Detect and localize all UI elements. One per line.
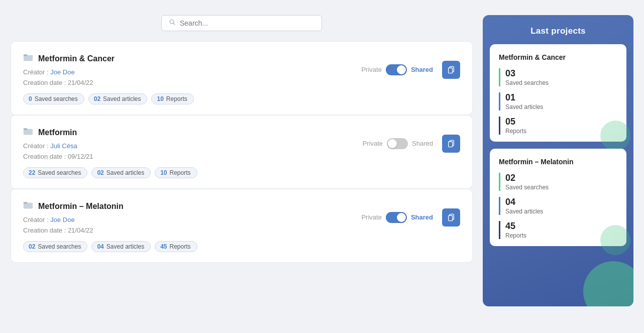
- tag-count: 10: [157, 95, 163, 102]
- project-title: Metformin & Cancer: [38, 54, 115, 63]
- sidebar-card-1: Metformin – Melatonin 02 Saved searches …: [490, 149, 626, 246]
- search-bar-wrapper: [11, 15, 473, 31]
- svg-rect-3: [24, 54, 28, 56]
- toggle-slider: [386, 64, 407, 75]
- tag-label: Saved searches: [35, 95, 78, 102]
- project-tags: 0 Saved searches 02 Saved articles 10 Re…: [23, 93, 460, 104]
- project-tags: 02 Saved searches 04 Saved articles 45 R…: [23, 241, 460, 252]
- project-card-left: Metformin & Cancer Créator : Joe Doe Cre…: [23, 53, 115, 86]
- tag-saved-searches: 22 Saved searches: [23, 167, 87, 178]
- sidebar-cards: Metformin & Cancer 03 Saved searches 01 …: [483, 44, 633, 246]
- shared-toggle[interactable]: [387, 138, 408, 149]
- project-creator: Créator : Juli Césa: [23, 142, 93, 150]
- toggle-label-shared: Shared: [412, 140, 433, 147]
- tag-count: 02: [29, 243, 35, 250]
- creator-name: Joe Doe: [50, 216, 74, 224]
- sidebar-stat-number: 01: [505, 92, 617, 103]
- page-wrapper: Metformin & Cancer Créator : Joe Doe Cre…: [11, 15, 633, 306]
- sidebar-stat-number: 45: [505, 221, 617, 232]
- sidebar-stat-label: Saved searches: [505, 79, 617, 86]
- toggle-label-shared: Shared: [411, 213, 433, 221]
- tag-saved-searches: 02 Saved searches: [23, 241, 87, 252]
- project-card-metformin-cancer: Metformin & Cancer Créator : Joe Doe Cre…: [11, 41, 473, 115]
- toggle-section: Private Shared: [361, 212, 433, 223]
- sidebar-stat: 04 Saved articles: [499, 197, 617, 215]
- tag-label: Reports: [166, 95, 187, 102]
- project-card-right: Private Shared: [363, 135, 460, 153]
- project-tags: 22 Saved searches 02 Saved articles 10 R…: [23, 167, 460, 178]
- svg-rect-10: [24, 203, 33, 209]
- tag-label: Saved searches: [38, 169, 81, 176]
- sidebar-stat-number: 03: [505, 68, 617, 79]
- tag-count: 0: [29, 95, 32, 102]
- shared-toggle[interactable]: [386, 64, 407, 75]
- tag-label: Saved articles: [106, 169, 144, 176]
- project-creator: Créator : Joe Doe: [23, 68, 115, 76]
- svg-rect-11: [24, 202, 28, 203]
- tag-label: Reports: [170, 243, 191, 250]
- tag-count: 02: [97, 169, 103, 176]
- date-value: 21/04/22: [68, 227, 93, 234]
- tag-saved-articles: 02 Saved articles: [91, 167, 151, 178]
- tag-label: Saved articles: [106, 243, 144, 250]
- project-title: Metformin: [38, 128, 77, 137]
- toggle-slider: [386, 212, 407, 223]
- folder-icon: [23, 127, 33, 138]
- sidebar-stat: 03 Saved searches: [499, 68, 617, 86]
- svg-rect-2: [24, 55, 33, 61]
- sidebar-stat-label: Saved articles: [505, 103, 617, 110]
- creator-name: Juli Césa: [50, 142, 77, 150]
- clipboard-button[interactable]: [442, 208, 460, 227]
- tag-count: 22: [29, 169, 35, 176]
- tag-reports: 10 Reports: [155, 167, 197, 178]
- project-card-header: Metformin & Cancer Créator : Joe Doe Cre…: [23, 53, 460, 86]
- shared-toggle[interactable]: [386, 212, 407, 223]
- project-title-row: Metformin: [23, 127, 93, 138]
- date-value: 21/04/22: [68, 79, 93, 86]
- toggle-slider: [387, 138, 408, 149]
- project-title-row: Metformin & Cancer: [23, 53, 115, 64]
- search-input[interactable]: [180, 19, 314, 27]
- tag-count: 02: [94, 95, 100, 102]
- toggle-section: Private Shared: [363, 138, 433, 149]
- creator-name: Joe Doe: [50, 68, 74, 76]
- project-card-left: Metformin Créator : Juli Césa Creation d…: [23, 127, 93, 160]
- sidebar-stat: 02 Saved searches: [499, 173, 617, 191]
- sidebar-stat-label: Saved articles: [505, 208, 617, 215]
- project-card-metformin: Metformin Créator : Juli Césa Creation d…: [11, 115, 473, 189]
- toggle-section: Private Shared: [361, 64, 433, 75]
- clipboard-button[interactable]: [442, 61, 460, 79]
- project-date: Creation date : 21/04/22: [23, 79, 115, 86]
- project-creator: Créator : Joe Doe: [23, 216, 124, 224]
- sidebar-card-title: Metformin & Cancer: [499, 53, 617, 61]
- project-card-metformin-melatonin: Metformin – Melatonin Créator : Joe Doe …: [11, 189, 473, 263]
- tag-saved-articles: 04 Saved articles: [91, 241, 151, 252]
- svg-line-1: [173, 23, 175, 25]
- project-date: Creation date : 21/04/22: [23, 227, 124, 234]
- sidebar-stat: 45 Reports: [499, 221, 617, 239]
- tag-reports: 10 Reports: [151, 93, 193, 104]
- projects-container: Metformin & Cancer Créator : Joe Doe Cre…: [11, 41, 473, 263]
- folder-icon: [23, 200, 33, 212]
- sidebar-stat-number: 04: [505, 197, 617, 207]
- project-card-right: Private Shared: [361, 208, 460, 227]
- clipboard-button[interactable]: [442, 135, 460, 153]
- sidebar-stat: 05 Reports: [499, 117, 617, 135]
- toggle-label-shared: Shared: [411, 66, 433, 73]
- search-icon: [169, 19, 176, 28]
- sidebar-stat-label: Reports: [505, 232, 617, 239]
- project-card-header: Metformin Créator : Juli Césa Creation d…: [23, 127, 460, 160]
- tag-count: 04: [97, 243, 103, 250]
- sidebar-card-0: Metformin & Cancer 03 Saved searches 01 …: [490, 44, 626, 142]
- main-content: Metformin & Cancer Créator : Joe Doe Cre…: [11, 15, 473, 306]
- tag-saved-articles: 02 Saved articles: [88, 93, 148, 104]
- tag-label: Saved articles: [103, 95, 141, 102]
- sidebar-stat-number: 05: [505, 117, 617, 127]
- svg-rect-9: [449, 142, 453, 147]
- toggle-label-private: Private: [361, 66, 381, 73]
- tag-count: 10: [160, 169, 167, 176]
- sidebar-card-title: Metformin – Melatonin: [499, 158, 617, 166]
- toggle-label-private: Private: [363, 140, 383, 147]
- tag-saved-searches: 0 Saved searches: [23, 93, 84, 104]
- sidebar-header: Last projects: [483, 15, 633, 44]
